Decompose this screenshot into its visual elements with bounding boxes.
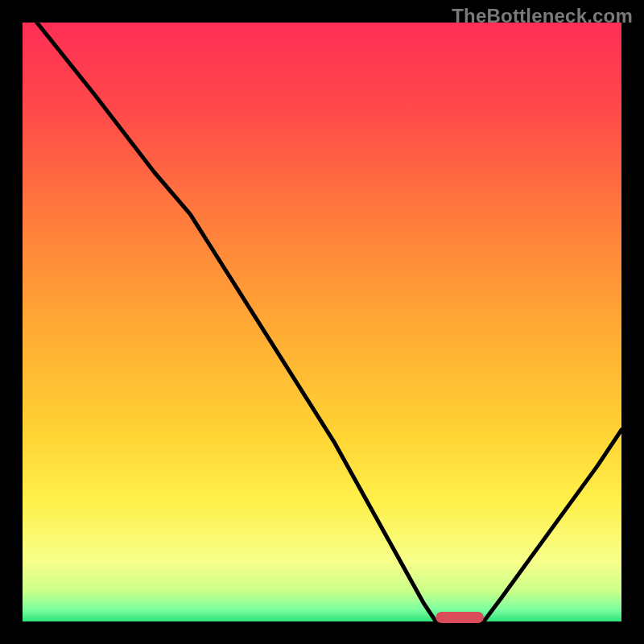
sweet-spot-marker xyxy=(436,612,484,623)
heat-gradient xyxy=(23,23,621,621)
watermark-text: TheBottleneck.com xyxy=(452,5,633,27)
bottleneck-chart xyxy=(0,0,644,644)
chart-stage: TheBottleneck.com xyxy=(0,0,644,644)
